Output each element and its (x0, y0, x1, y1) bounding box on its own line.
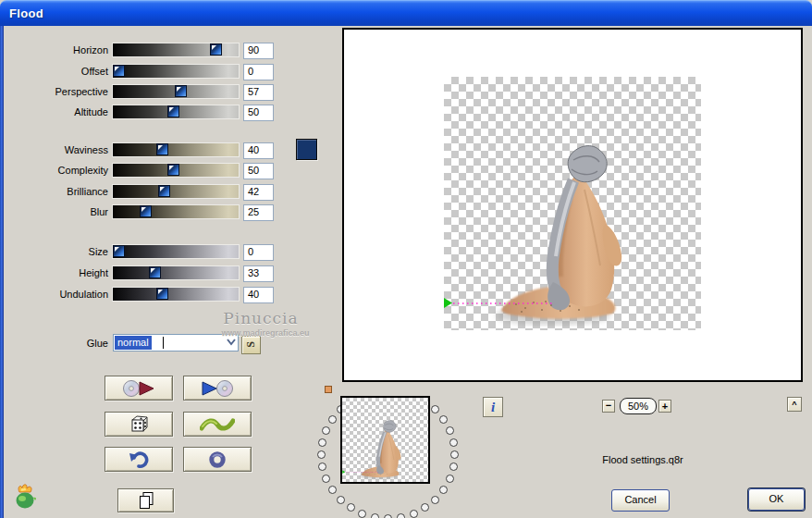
ok-button[interactable]: OK (748, 488, 805, 511)
randomize-button[interactable] (105, 412, 173, 437)
slider-thumb-blur[interactable] (140, 205, 152, 217)
s-glyph: S (243, 341, 259, 348)
water-color-swatch[interactable] (296, 139, 317, 160)
settings-filename: Flood settings.q8r (555, 454, 731, 465)
slider-value-waviness[interactable]: 40 (243, 142, 274, 159)
cancel-button[interactable]: Cancel (611, 489, 670, 512)
settings-s-button[interactable]: S (241, 336, 261, 354)
slider-label-perspective: Perspective (0, 85, 108, 98)
zoom-in-button[interactable]: + (658, 400, 671, 413)
memory-dot[interactable] (347, 503, 355, 512)
memory-dot[interactable] (358, 510, 366, 518)
window-title: Flood (9, 6, 43, 20)
info-button[interactable]: i (483, 397, 503, 417)
transparency-checkerboard (444, 77, 701, 330)
slider-value-altitude[interactable]: 50 (243, 105, 274, 121)
slider-label-blur: Blur (0, 205, 108, 218)
slider-thumb-complexity[interactable] (167, 164, 179, 176)
slider-label-height: Height (0, 266, 108, 279)
slider-thumb-waviness[interactable] (156, 143, 168, 155)
chevron-down-icon[interactable] (227, 338, 236, 349)
slider-track-size[interactable] (113, 245, 239, 258)
zoom-out-button[interactable]: − (602, 400, 615, 413)
slider-value-size[interactable]: 0 (243, 244, 274, 261)
thumbnail-figure (342, 398, 427, 481)
slider-track-perspective[interactable] (113, 85, 239, 98)
undo-button[interactable] (105, 447, 173, 472)
glue-selected-value: normal (115, 336, 152, 350)
glue-label: Glue (0, 337, 108, 350)
memory-dot[interactable] (431, 405, 439, 413)
memory-dot[interactable] (450, 450, 459, 459)
slider-thumb-horizon[interactable] (210, 43, 222, 56)
slider-value-undulation[interactable]: 40 (243, 287, 274, 303)
memory-dot[interactable] (439, 486, 448, 494)
slider-thumb-size[interactable] (113, 245, 125, 257)
thumbnail-preview[interactable] (340, 396, 430, 484)
slider-track-blur[interactable] (113, 205, 239, 218)
slider-track-offset[interactable] (113, 65, 239, 78)
slider-track-horizon[interactable] (113, 43, 239, 56)
memory-dot[interactable] (449, 438, 458, 447)
slider-label-size: Size (0, 245, 108, 258)
slider-track-altitude[interactable] (113, 105, 239, 118)
memory-dot[interactable] (446, 475, 454, 483)
memory-dot[interactable] (449, 462, 458, 471)
memory-dot[interactable] (439, 415, 448, 424)
slider-label-horizon: Horizon (0, 43, 108, 56)
memory-dot[interactable] (397, 513, 405, 518)
slider-value-offset[interactable]: 0 (243, 64, 274, 80)
memory-dot[interactable] (384, 514, 392, 518)
slider-value-complexity[interactable]: 50 (243, 163, 274, 179)
memory-dot[interactable] (371, 513, 379, 518)
zoom-level[interactable]: 50% (620, 398, 657, 414)
slider-label-undulation: Undulation (0, 288, 108, 301)
orange-handle[interactable] (325, 386, 332, 393)
slider-value-brilliance[interactable]: 42 (243, 184, 274, 201)
slider-track-waviness[interactable] (113, 143, 239, 156)
load-settings-button[interactable] (105, 376, 173, 401)
slider-track-brilliance[interactable] (113, 185, 239, 198)
slider-value-perspective[interactable]: 57 (243, 84, 274, 101)
memory-dot[interactable] (337, 496, 345, 504)
slider-track-undulation[interactable] (113, 288, 239, 301)
slider-label-brilliance: Brilliance (0, 185, 108, 198)
slider-thumb-brilliance[interactable] (158, 185, 170, 197)
collapse-button[interactable]: ^ (787, 397, 802, 412)
slider-label-offset: Offset (0, 65, 108, 78)
slider-thumb-perspective[interactable] (175, 85, 187, 97)
flood-dialog: Flood Horizon90Offset0Perspective57Altit… (0, 0, 812, 518)
memory-dot[interactable] (318, 462, 326, 471)
memory-dot[interactable] (410, 510, 418, 518)
memory-dot[interactable] (322, 426, 330, 435)
slider-thumb-height[interactable] (149, 266, 161, 278)
slider-value-blur[interactable]: 25 (243, 204, 274, 221)
memory-dot[interactable] (328, 486, 337, 494)
memory-dot[interactable] (322, 475, 330, 483)
memory-dot[interactable] (328, 415, 337, 424)
slider-thumb-altitude[interactable] (167, 105, 179, 117)
ring-button[interactable] (183, 447, 252, 472)
slider-track-complexity[interactable] (113, 164, 239, 177)
memory-dot[interactable] (318, 438, 326, 447)
dice-icon (129, 414, 149, 434)
preview-panel[interactable] (342, 28, 803, 382)
memory-dot[interactable] (431, 496, 439, 504)
memory-dot[interactable] (317, 450, 326, 459)
save-settings-button[interactable] (183, 376, 252, 401)
watermark-url: www.madiregrafica.eu (196, 328, 335, 338)
memory-dot[interactable] (421, 503, 429, 512)
slider-value-height[interactable]: 33 (243, 265, 274, 282)
slider-label-altitude: Altitude (0, 105, 108, 118)
undo-arrow-icon (129, 450, 149, 469)
copy-settings-button[interactable] (117, 488, 174, 512)
slider-thumb-offset[interactable] (113, 65, 125, 77)
wave-button[interactable] (183, 412, 252, 437)
info-icon: i (491, 400, 495, 414)
copy-pages-icon (136, 490, 156, 511)
memory-dot[interactable] (446, 426, 454, 435)
title-bar[interactable]: Flood (0, 0, 812, 26)
slider-thumb-undulation[interactable] (156, 288, 168, 300)
slider-value-horizon[interactable]: 90 (243, 43, 274, 59)
slider-track-height[interactable] (113, 266, 239, 279)
